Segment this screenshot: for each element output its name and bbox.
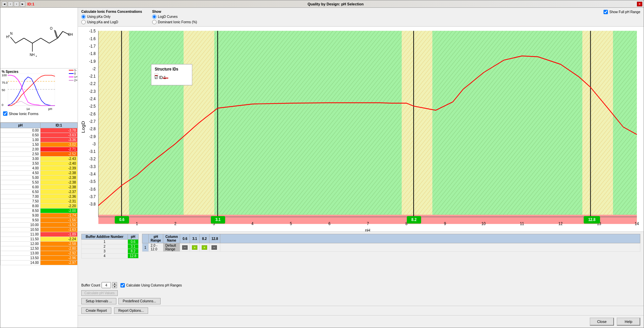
svg-text:11: 11: [520, 221, 524, 226]
spinner-down[interactable]: ▼: [112, 285, 117, 288]
buffer-table-area: Buffer Additive Number pH 10.623.138.241…: [81, 234, 139, 279]
buffer-count-input[interactable]: [102, 282, 111, 288]
table-cell-val: -2.52: [40, 152, 77, 157]
nav-next-btn[interactable]: ›: [14, 1, 19, 7]
show-ionic-forms-checkbox[interactable]: [3, 111, 7, 116]
nav-back-btn[interactable]: ◄: [2, 1, 7, 7]
top-controls: Calculate Ionic Forms Concentrations Usi…: [78, 8, 644, 27]
svg-line-1: [24, 38, 32, 43]
svg-text:-2.8: -2.8: [89, 126, 95, 131]
buffer-table-row: 23.1: [82, 244, 139, 249]
y-100: 100: [2, 74, 7, 77]
table-row: 13.50-2.96: [1, 256, 78, 261]
svg-text:₂: ₂: [36, 54, 37, 57]
close-window-btn[interactable]: ✕: [637, 2, 642, 6]
table-row: 8.50-2.00: [1, 209, 78, 213]
svg-text:14: 14: [26, 107, 30, 111]
calc-using-columns-checkbox[interactable]: [120, 283, 125, 288]
buffer-row-num: 3: [82, 249, 128, 254]
svg-rect-32: [99, 31, 129, 219]
table-cell-val: -2.38: [40, 180, 77, 185]
setup-intervals-btn[interactable]: Setup Intervals ...: [81, 298, 116, 304]
radio-logd[interactable]: LogD Curves: [152, 15, 197, 19]
ph-range-06-btn[interactable]: −: [182, 245, 188, 250]
ph-range-82[interactable]: +: [200, 243, 209, 252]
nav-forward-btn[interactable]: ►: [20, 1, 25, 7]
show-full-range-checkbox[interactable]: [604, 10, 608, 14]
col-id1: ID:1: [40, 123, 77, 128]
table-row: 9.50-1.56: [1, 218, 78, 223]
nav-prev-btn[interactable]: ‹: [8, 1, 13, 7]
table-cell-ph: 5.00: [1, 175, 40, 180]
ph-range-31[interactable]: +: [190, 243, 200, 252]
svg-text:OH: OH: [68, 33, 73, 36]
radio-dominant[interactable]: Dominant Ionic Forms (%): [152, 20, 197, 24]
table-row: 13.00-2.92: [1, 251, 78, 256]
nav-buttons: ◄ ‹ › ►: [2, 1, 25, 7]
ph-range-128-btn[interactable]: −: [212, 245, 217, 250]
buffer-count-spinner: ▲ ▼: [112, 282, 117, 288]
window-title: Quality by Design: pH Selection: [308, 2, 364, 6]
logd-chart-svg: -1.5 -1.6 -1.7 -1.8 -1.9 -2 -2.1 -2.2 -2…: [78, 27, 644, 231]
footer-buttons: Close Help: [78, 315, 644, 328]
table-cell-val: -2.20: [40, 204, 77, 209]
radio-pka-only[interactable]: Using pKa Only: [81, 15, 142, 19]
buffer-row-ph: 3.1: [128, 244, 138, 249]
close-btn[interactable]: Close: [590, 318, 614, 326]
svg-rect-34: [184, 31, 214, 219]
ph-range-col-empty: [220, 234, 640, 243]
table-cell-ph: 1.50: [1, 142, 40, 147]
svg-text:-1.6: -1.6: [89, 36, 95, 41]
table-cell-ph: 14.00: [1, 261, 40, 265]
table-cell-val: -3.02: [40, 142, 77, 147]
table-row: 4.50-2.38: [1, 171, 78, 175]
calc-using-columns-label: Calculate Using Columns pH Ranges: [126, 283, 182, 287]
radio-pka-logd[interactable]: Using pKa and LogD: [81, 20, 142, 24]
report-options-btn[interactable]: Report Options...: [114, 307, 148, 314]
ph-range-31-btn[interactable]: +: [192, 245, 197, 250]
svg-text:2: 2: [174, 221, 176, 226]
calc-ph-values-btn[interactable]: Calculate pH Values: [81, 290, 118, 296]
y-75: 75.0: [2, 81, 8, 84]
help-btn[interactable]: Help: [617, 318, 640, 326]
spinner-up[interactable]: ▲: [112, 282, 117, 285]
buffer-row-ph: 8.2: [128, 249, 138, 254]
table-row: 6.00-2.38: [1, 185, 78, 190]
molecule-structure: H ₂ N OH O NH ₂: [5, 13, 73, 63]
svg-rect-38: [582, 31, 613, 219]
ph-range-name: Default Range: [163, 243, 180, 252]
svg-text:☑ ID:1: ☑ ID:1: [155, 75, 166, 80]
svg-text:-1.7: -1.7: [89, 44, 95, 49]
buffer-row-ph: 12.8: [128, 254, 138, 258]
buffer-controls-row: Buffer Count ▲ ▼ Calculate Using Columns…: [78, 281, 644, 289]
table-row: 2.00-2.71: [1, 147, 78, 152]
svg-text:-2.5: -2.5: [89, 104, 95, 109]
table-row: 11.00-1.89: [1, 232, 78, 237]
show-full-range-row[interactable]: Show Full pH Range: [604, 10, 640, 14]
show-group: Show LogD Curves Dominant Ionic Forms (%…: [152, 10, 197, 24]
ph-range-06[interactable]: −: [180, 243, 190, 252]
svg-text:-3.1: -3.1: [89, 149, 95, 154]
ph-range-82-btn[interactable]: +: [202, 245, 207, 250]
table-cell-val: -2.00: [40, 209, 77, 213]
table-cell-val: -3.78: [40, 128, 77, 133]
svg-text:10: 10: [481, 221, 485, 226]
table-cell-ph: 7.50: [1, 199, 40, 204]
ph-range-num: 1: [142, 243, 149, 252]
table-cell-ph: 4.00: [1, 166, 40, 171]
ph-range-col0: [142, 234, 149, 243]
calc-ionic-label: Calculate Ionic Forms Concentrations: [81, 10, 142, 13]
table-row: 10.00-1.52: [1, 223, 78, 227]
left-panel: H ₂ N OH O NH ₂ % Species 100 75.0: [0, 8, 78, 328]
table-row: 5.00-2.38: [1, 175, 78, 180]
svg-text:-2.1: -2.1: [89, 74, 95, 79]
predefined-columns-btn[interactable]: Predefined Columns...: [118, 298, 161, 304]
create-report-btn[interactable]: Create Report: [81, 307, 111, 314]
svg-text:4: 4: [251, 221, 253, 226]
svg-text:5: 5: [290, 221, 292, 226]
titlebar: ◄ ‹ › ► ID:1 Quality by Design: pH Selec…: [0, 0, 644, 8]
ph-range-128[interactable]: −: [209, 243, 220, 252]
bottom-controls: Buffer Additive Number pH 10.623.138.241…: [78, 231, 644, 306]
table-row: 11.50-2.24: [1, 237, 78, 242]
show-ionic-forms-label: Show Ionic Forms: [9, 112, 38, 116]
